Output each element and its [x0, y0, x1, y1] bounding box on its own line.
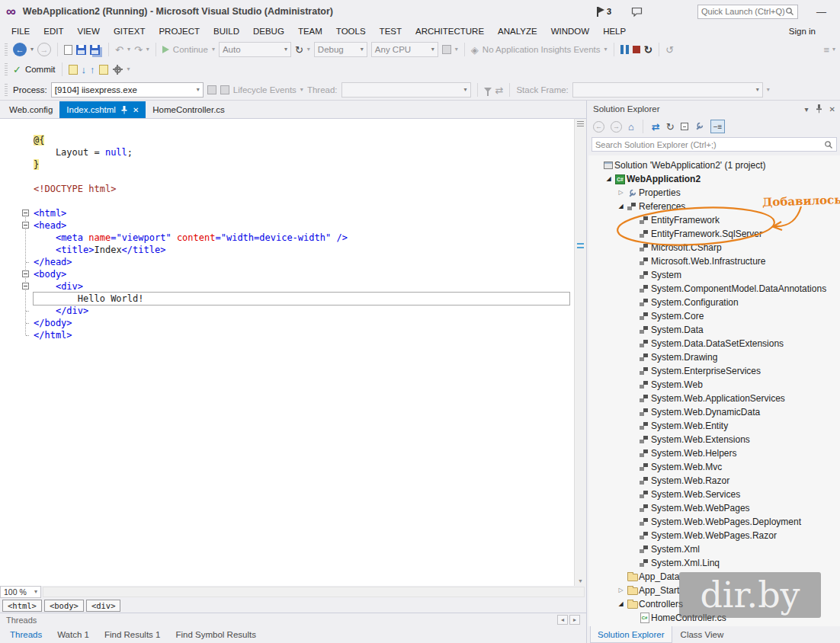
scroll-right-button[interactable]: ▸ [569, 615, 580, 625]
solution-configuration-combo[interactable]: Debug▾ [314, 42, 367, 57]
panel-tab-class-view[interactable]: Class View [674, 626, 731, 643]
quick-launch-input[interactable]: Quick Launch (Ctrl+Q) [697, 5, 798, 19]
tree-expander[interactable]: ◢ [604, 176, 614, 182]
breadcrumb-div[interactable]: <div> [86, 600, 121, 612]
tree-item-system-data[interactable]: System.Data [588, 323, 840, 337]
thread-previous-icon[interactable] [207, 85, 216, 94]
tree-item-entityframework-sqlserver[interactable]: EntityFramework.SqlServer [588, 227, 840, 241]
continue-dropdown[interactable]: ▾ [212, 46, 215, 53]
thread-combo[interactable]: ▾ [341, 82, 471, 98]
fold-collapse-toggle[interactable] [22, 270, 29, 277]
stop-debugging-button[interactable] [633, 46, 640, 53]
close-icon[interactable]: ✕ [829, 105, 835, 114]
notifications-button[interactable]: 3 [597, 7, 611, 17]
continue-button[interactable]: Continue [173, 45, 208, 54]
menu-item-view[interactable]: VIEW [71, 27, 107, 36]
application-insights-button[interactable]: No Application Insights Events [483, 45, 601, 54]
tree-item-system-componentmodel-dataannotations[interactable]: System.ComponentModel.DataAnnotations [588, 282, 840, 296]
debug-mode-combo[interactable]: Auto▾ [219, 42, 291, 57]
menu-item-debug[interactable]: DEBUG [246, 27, 291, 36]
tree-item-system-enterpriseservices[interactable]: System.EnterpriseServices [588, 364, 840, 378]
menu-item-architecture[interactable]: ARCHITECTURE [409, 27, 491, 36]
changes-icon[interactable] [69, 65, 78, 75]
thread-next-icon[interactable] [220, 85, 229, 94]
refresh-icon[interactable]: ↻ [295, 45, 303, 55]
bottom-tab-find-symbol-results[interactable]: Find Symbol Results [168, 630, 262, 639]
commit-button[interactable]: Commit [25, 65, 56, 74]
editor-horizontal-scrollbar[interactable] [43, 587, 585, 597]
application-insights-dropdown[interactable]: ▾ [604, 46, 608, 53]
collapse-all-icon[interactable] [681, 123, 688, 130]
solution-platform-combo[interactable]: Any CPU▾ [371, 42, 438, 57]
stack-frame-combo[interactable]: ▾ [572, 82, 763, 98]
lifecycle-events-button[interactable]: Lifecycle Events [233, 85, 297, 94]
tree-item-system-web-entity[interactable]: System.Web.Entity [588, 419, 840, 433]
save-all-icon[interactable] [90, 45, 100, 55]
source-control-dropdown[interactable]: ▾ [127, 66, 130, 72]
navigate-backward-button[interactable]: ← [13, 43, 27, 56]
break-all-button[interactable] [620, 45, 629, 54]
sync-with-active-document-icon[interactable]: ⇄ [652, 122, 660, 132]
toggle-current-thread-icon[interactable]: ⇄ [495, 85, 504, 95]
forward-icon[interactable]: → [611, 121, 622, 133]
tree-item-system-xml[interactable]: System.Xml [588, 542, 840, 556]
navigate-forward-button[interactable]: → [37, 43, 51, 56]
tree-item-microsoft-csharp[interactable]: Microsoft.CSharp [588, 241, 840, 254]
settings-gear-icon[interactable] [114, 66, 121, 73]
tree-item-system-web-webpages-razor[interactable]: System.Web.WebPages.Razor [588, 529, 840, 542]
feedback-button[interactable] [631, 7, 643, 17]
menu-item-edit[interactable]: EDIT [37, 27, 70, 36]
navigate-back-dropdown[interactable]: ▾ [30, 46, 34, 53]
tree-item-microsoft-web-infrastructure[interactable]: Microsoft.Web.Infrastructure [588, 254, 840, 268]
minimize-button[interactable]: — [810, 6, 832, 18]
tree-item-system-core[interactable]: System.Core [588, 309, 840, 323]
tree-item-system-xml-linq[interactable]: System.Xml.Linq [588, 556, 840, 570]
refresh-dropdown[interactable]: ▾ [307, 46, 310, 53]
filter-threads-icon[interactable] [484, 88, 492, 92]
redo-dropdown[interactable]: ▾ [146, 46, 149, 53]
menu-item-window[interactable]: WINDOW [544, 27, 596, 36]
zoom-control[interactable]: 100 %▾ [0, 586, 41, 598]
back-icon[interactable]: ← [593, 121, 604, 133]
toolbar-overflow[interactable]: ≡ ▾ [823, 45, 835, 55]
menu-item-help[interactable]: HELP [596, 27, 633, 36]
menu-item-team[interactable]: TEAM [291, 27, 329, 36]
bottom-tab-find-results-1[interactable]: Find Results 1 [98, 630, 168, 639]
lifecycle-events-dropdown[interactable]: ▾ [300, 87, 303, 93]
bottom-tab-watch-1[interactable]: Watch 1 [50, 630, 96, 639]
code-editor[interactable]: @{ Layout = null;}<!DOCTYPE html><html><… [0, 118, 574, 586]
menu-item-build[interactable]: BUILD [207, 27, 246, 36]
window-position-dropdown[interactable]: ▾ [805, 105, 809, 114]
fold-margin[interactable] [21, 119, 32, 586]
tree-item-system-web-dynamicdata[interactable]: System.Web.DynamicData [588, 405, 840, 419]
breadcrumb-body[interactable]: <body> [44, 600, 84, 612]
editor-vertical-scrollbar[interactable]: ▼ [574, 118, 586, 586]
save-icon[interactable] [76, 45, 86, 55]
tree-item-system-web-webpages-deployment[interactable]: System.Web.WebPages.Deployment [588, 515, 840, 529]
document-tab-homecontroller-cs[interactable]: HomeController.cs [146, 101, 232, 118]
bottom-tab-threads[interactable]: Threads [3, 630, 49, 639]
tree-item-entityframework[interactable]: EntityFramework [588, 213, 840, 227]
document-tab-web-config[interactable]: Web.config [2, 101, 59, 118]
menu-item-file[interactable]: FILE [5, 27, 37, 36]
tree-item-system-web-webpages[interactable]: System.Web.WebPages [588, 501, 840, 515]
title-bar[interactable]: ∞ WebApplication2 (Running) - Microsoft … [0, 0, 840, 23]
tree-item-webapplication2[interactable]: ◢C#WebApplication2 [588, 172, 840, 186]
tree-expander[interactable]: ▷ [616, 190, 626, 196]
tree-item-solution-webapplication2-1-project[interactable]: Solution 'WebApplication2' (1 project) [588, 158, 840, 172]
tree-item-system-web-helpers[interactable]: System.Web.Helpers [588, 446, 840, 460]
stash-icon[interactable] [99, 65, 108, 75]
menu-item-project[interactable]: PROJECT [152, 27, 207, 36]
home-icon[interactable]: ⌂ [628, 122, 634, 132]
close-icon[interactable]: ✕ [133, 106, 139, 114]
toolbar-grip[interactable] [5, 43, 8, 56]
pull-icon[interactable]: ↓ [82, 65, 87, 75]
tree-expander[interactable]: ◢ [616, 203, 626, 210]
attach-icon[interactable] [442, 45, 451, 54]
menu-item-gitext[interactable]: GITEXT [107, 27, 152, 36]
tree-item-system-configuration[interactable]: System.Configuration [588, 296, 840, 309]
toolbar-grip[interactable] [5, 84, 8, 96]
tree-item-system[interactable]: System [588, 268, 840, 282]
show-next-statement-icon[interactable]: ↺ [665, 45, 674, 55]
restart-button[interactable]: ↻ [644, 43, 653, 56]
